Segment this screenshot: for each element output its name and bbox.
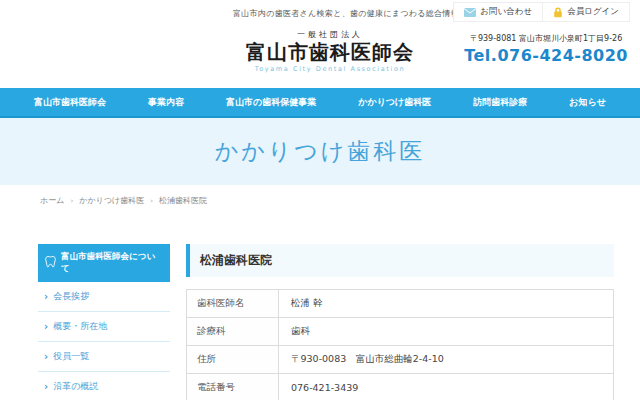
top-utility-bar: 富山市内の歯医者さん検索と、歯の健康にまつわる総合情報サイト お問い合わせ 会員…: [0, 0, 640, 24]
chevron-right-icon: ›: [44, 352, 48, 362]
chevron-right-icon: ›: [44, 322, 48, 332]
member-login-button[interactable]: 会員ログイン: [542, 3, 629, 21]
breadcrumb: ホーム › かかりつけ歯科医 › 松浦歯科医院: [40, 195, 640, 206]
chevron-right-icon: ›: [44, 382, 48, 392]
sidebar-item-overview-location[interactable]: › 概要・所在地: [38, 312, 170, 342]
org-type: 一般社団法人: [230, 29, 430, 40]
site-logo[interactable]: 一般社団法人 富山市歯科医師会 Toyama City Dental Assoc…: [230, 29, 430, 73]
header-phone: Tel.076-424-8020: [464, 46, 628, 65]
sidebar-item-officers[interactable]: › 役員一覧: [38, 342, 170, 372]
global-nav: 富山市歯科医師会 事業内容 富山市の歯科保健事業 かかりつけ歯科医 訪問歯科診療…: [0, 88, 640, 118]
row-value: 歯科: [279, 318, 614, 346]
nav-item-services[interactable]: 事業内容: [127, 96, 205, 109]
sidebar-header-label: 富山市歯科医師会について: [61, 251, 163, 275]
sidebar-item-history-outline[interactable]: › 沿革の概説: [38, 372, 170, 400]
table-row-address: 住所 〒930-0083 富山市総曲輪2-4-10: [187, 346, 614, 374]
row-label: 歯科医師名: [187, 290, 279, 318]
chevron-right-icon: ›: [44, 292, 48, 302]
site-header: 一般社団法人 富山市歯科医師会 Toyama City Dental Assoc…: [0, 24, 640, 88]
site-title: 富山市歯科医師会: [230, 40, 430, 65]
breadcrumb-separator: ›: [150, 197, 153, 205]
clinic-info-table: 歯科医師名 松浦 幹 診療科 歯科 住所 〒930-0083 富山市総曲輪2-4…: [186, 289, 614, 400]
table-row-department: 診療科 歯科: [187, 318, 614, 346]
lock-icon: [553, 7, 563, 18]
nav-item-family-dentist[interactable]: かかりつけ歯科医: [337, 96, 452, 109]
nav-item-home-visit[interactable]: 訪問歯科診療: [452, 96, 548, 109]
tooth-icon: [45, 256, 56, 270]
site-tagline: 富山市内の歯医者さん検索と、歯の健康にまつわる総合情報サイト: [233, 8, 484, 19]
header-address: 〒939-8081 富山市堀川小泉町1丁目9-26: [464, 33, 628, 44]
breadcrumb-separator: ›: [70, 197, 73, 205]
row-value: 076-421-3439: [279, 374, 614, 400]
envelope-icon: [464, 8, 476, 17]
table-row-dentist-name: 歯科医師名 松浦 幹: [187, 290, 614, 318]
contact-button[interactable]: お問い合わせ: [454, 3, 542, 21]
nav-item-association[interactable]: 富山市歯科医師会: [13, 96, 127, 109]
sidebar-item-label: 概要・所在地: [53, 320, 107, 333]
row-value: 松浦 幹: [279, 290, 614, 318]
content-area: 富山市歯科医師会について › 会長挨拶 › 概要・所在地 › 役員一覧 › 沿革…: [0, 206, 640, 400]
contact-button-label: お問い合わせ: [480, 6, 532, 18]
nav-item-news[interactable]: お知らせ: [548, 96, 627, 109]
nav-item-health-programs[interactable]: 富山市の歯科保健事業: [205, 96, 337, 109]
topbar-buttons: お問い合わせ 会員ログイン: [453, 2, 630, 22]
sidebar-item-label: 役員一覧: [53, 350, 89, 363]
breadcrumb-family-dentist[interactable]: かかりつけ歯科医: [79, 195, 144, 206]
table-row-phone: 電話番号 076-421-3439: [187, 374, 614, 400]
row-label: 住所: [187, 346, 279, 374]
row-label: 診療科: [187, 318, 279, 346]
site-subtitle-en: Toyama City Dental Association: [230, 65, 430, 73]
row-value: 〒930-0083 富山市総曲輪2-4-10: [279, 346, 614, 374]
member-login-button-label: 会員ログイン: [567, 6, 619, 18]
page-title: かかりつけ歯科医: [215, 136, 426, 167]
sidebar-header-about[interactable]: 富山市歯科医師会について: [38, 244, 170, 282]
sidebar-item-label: 会長挨拶: [53, 290, 89, 303]
breadcrumb-current-clinic: 松浦歯科医院: [159, 195, 207, 206]
sidebar: 富山市歯科医師会について › 会長挨拶 › 概要・所在地 › 役員一覧 › 沿革…: [38, 244, 170, 400]
sidebar-item-greeting[interactable]: › 会長挨拶: [38, 282, 170, 312]
breadcrumb-home[interactable]: ホーム: [40, 195, 64, 206]
main-panel: 松浦歯科医院 歯科医師名 松浦 幹 診療科 歯科 住所 〒930-0083 富山…: [186, 244, 614, 400]
clinic-name-heading: 松浦歯科医院: [186, 244, 614, 277]
page-title-banner: かかりつけ歯科医: [0, 118, 640, 185]
header-contact-block: 〒939-8081 富山市堀川小泉町1丁目9-26 Tel.076-424-80…: [464, 33, 628, 65]
sidebar-item-label: 沿革の概説: [53, 380, 98, 393]
row-label: 電話番号: [187, 374, 279, 400]
